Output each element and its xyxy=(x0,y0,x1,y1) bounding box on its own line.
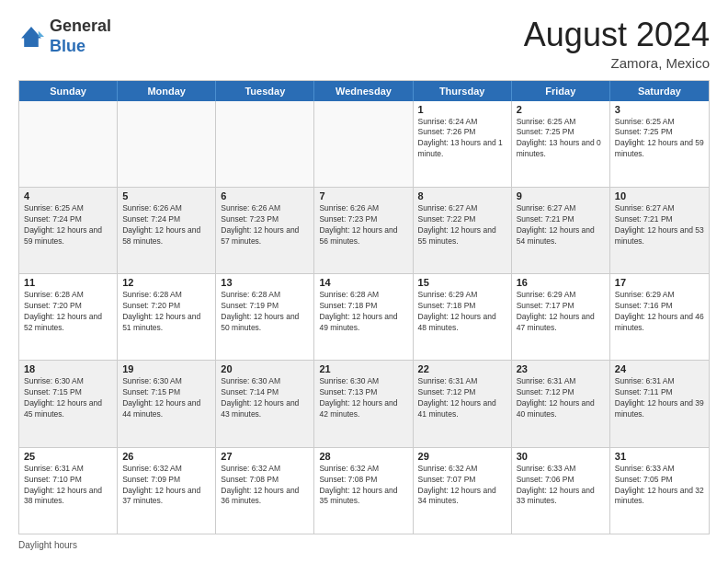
day-info: Sunrise: 6:32 AM Sunset: 7:08 PM Dayligh… xyxy=(221,464,309,508)
day-info: Sunrise: 6:28 AM Sunset: 7:18 PM Dayligh… xyxy=(319,290,407,334)
calendar-cell-empty-3 xyxy=(314,101,413,187)
day-number: 20 xyxy=(221,363,309,374)
calendar-cell-empty-0 xyxy=(19,101,118,187)
calendar-cell-3: 3Sunrise: 6:25 AM Sunset: 7:25 PM Daylig… xyxy=(610,101,709,187)
calendar-cell-23: 23Sunrise: 6:31 AM Sunset: 7:12 PM Dayli… xyxy=(512,361,610,446)
day-number: 25 xyxy=(24,451,112,462)
day-info: Sunrise: 6:25 AM Sunset: 7:25 PM Dayligh… xyxy=(615,117,704,161)
calendar-header: SundayMondayTuesdayWednesdayThursdayFrid… xyxy=(19,81,709,101)
day-number: 11 xyxy=(24,277,112,288)
day-number: 14 xyxy=(319,277,407,288)
calendar-cell-12: 12Sunrise: 6:28 AM Sunset: 7:20 PM Dayli… xyxy=(118,274,216,360)
weekday-header-saturday: Saturday xyxy=(610,81,709,101)
day-number: 28 xyxy=(319,451,407,462)
weekday-header-sunday: Sunday xyxy=(19,81,118,101)
calendar-cell-19: 19Sunrise: 6:30 AM Sunset: 7:15 PM Dayli… xyxy=(118,361,216,446)
day-number: 24 xyxy=(615,363,704,374)
logo-text: General Blue xyxy=(50,17,111,56)
day-info: Sunrise: 6:30 AM Sunset: 7:14 PM Dayligh… xyxy=(221,376,309,420)
day-info: Sunrise: 6:32 AM Sunset: 7:07 PM Dayligh… xyxy=(418,464,506,508)
calendar-cell-24: 24Sunrise: 6:31 AM Sunset: 7:11 PM Dayli… xyxy=(610,361,709,446)
page: General Blue August 2024 Zamora, Mexico … xyxy=(0,0,728,563)
calendar-row-3: 11Sunrise: 6:28 AM Sunset: 7:20 PM Dayli… xyxy=(19,274,709,361)
day-number: 18 xyxy=(24,363,112,374)
weekday-header-monday: Monday xyxy=(118,81,216,101)
weekday-header-tuesday: Tuesday xyxy=(216,81,314,101)
calendar-cell-28: 28Sunrise: 6:32 AM Sunset: 7:08 PM Dayli… xyxy=(314,448,413,534)
day-info: Sunrise: 6:26 AM Sunset: 7:24 PM Dayligh… xyxy=(122,203,210,247)
calendar-body: 1Sunrise: 6:24 AM Sunset: 7:26 PM Daylig… xyxy=(19,101,709,534)
calendar-cell-26: 26Sunrise: 6:32 AM Sunset: 7:09 PM Dayli… xyxy=(118,448,216,534)
day-number: 1 xyxy=(418,104,506,115)
calendar-cell-empty-1 xyxy=(118,101,216,187)
calendar-cell-10: 10Sunrise: 6:27 AM Sunset: 7:21 PM Dayli… xyxy=(610,188,709,273)
calendar-cell-25: 25Sunrise: 6:31 AM Sunset: 7:10 PM Dayli… xyxy=(19,448,118,534)
logo-general: General xyxy=(50,17,111,35)
calendar-row-1: 1Sunrise: 6:24 AM Sunset: 7:26 PM Daylig… xyxy=(19,101,709,188)
location-title: Zamora, Mexico xyxy=(524,55,710,71)
day-number: 17 xyxy=(615,277,704,288)
day-info: Sunrise: 6:32 AM Sunset: 7:09 PM Dayligh… xyxy=(122,464,210,508)
calendar-cell-15: 15Sunrise: 6:29 AM Sunset: 7:18 PM Dayli… xyxy=(414,274,512,360)
calendar-cell-18: 18Sunrise: 6:30 AM Sunset: 7:15 PM Dayli… xyxy=(19,361,118,446)
day-number: 21 xyxy=(319,363,407,374)
day-number: 22 xyxy=(418,363,506,374)
header: General Blue August 2024 Zamora, Mexico xyxy=(18,17,710,71)
calendar-cell-22: 22Sunrise: 6:31 AM Sunset: 7:12 PM Dayli… xyxy=(414,361,512,446)
calendar-row-4: 18Sunrise: 6:30 AM Sunset: 7:15 PM Dayli… xyxy=(19,361,709,447)
day-info: Sunrise: 6:31 AM Sunset: 7:10 PM Dayligh… xyxy=(24,464,112,508)
day-number: 5 xyxy=(122,190,210,201)
day-number: 23 xyxy=(517,363,605,374)
day-info: Sunrise: 6:32 AM Sunset: 7:08 PM Dayligh… xyxy=(319,464,407,508)
day-info: Sunrise: 6:27 AM Sunset: 7:22 PM Dayligh… xyxy=(418,203,506,247)
day-number: 3 xyxy=(615,104,704,115)
day-info: Sunrise: 6:31 AM Sunset: 7:12 PM Dayligh… xyxy=(517,376,605,420)
calendar-cell-empty-2 xyxy=(216,101,314,187)
day-info: Sunrise: 6:27 AM Sunset: 7:21 PM Dayligh… xyxy=(517,203,605,247)
calendar-row-2: 4Sunrise: 6:25 AM Sunset: 7:24 PM Daylig… xyxy=(19,188,709,274)
day-number: 2 xyxy=(517,104,605,115)
day-info: Sunrise: 6:31 AM Sunset: 7:12 PM Dayligh… xyxy=(418,376,506,420)
day-info: Sunrise: 6:26 AM Sunset: 7:23 PM Dayligh… xyxy=(319,203,407,247)
day-number: 4 xyxy=(24,190,112,201)
calendar-cell-27: 27Sunrise: 6:32 AM Sunset: 7:08 PM Dayli… xyxy=(216,448,314,534)
day-info: Sunrise: 6:29 AM Sunset: 7:18 PM Dayligh… xyxy=(418,290,506,334)
svg-marker-0 xyxy=(21,27,41,47)
calendar-cell-8: 8Sunrise: 6:27 AM Sunset: 7:22 PM Daylig… xyxy=(414,188,512,273)
day-number: 31 xyxy=(615,451,704,462)
calendar-cell-16: 16Sunrise: 6:29 AM Sunset: 7:17 PM Dayli… xyxy=(512,274,610,360)
day-info: Sunrise: 6:30 AM Sunset: 7:15 PM Dayligh… xyxy=(24,376,112,420)
day-info: Sunrise: 6:30 AM Sunset: 7:15 PM Dayligh… xyxy=(122,376,210,420)
calendar-cell-13: 13Sunrise: 6:28 AM Sunset: 7:19 PM Dayli… xyxy=(216,274,314,360)
calendar-cell-1: 1Sunrise: 6:24 AM Sunset: 7:26 PM Daylig… xyxy=(414,101,512,187)
calendar-cell-21: 21Sunrise: 6:30 AM Sunset: 7:13 PM Dayli… xyxy=(314,361,413,446)
calendar-cell-9: 9Sunrise: 6:27 AM Sunset: 7:21 PM Daylig… xyxy=(512,188,610,273)
day-info: Sunrise: 6:25 AM Sunset: 7:24 PM Dayligh… xyxy=(24,203,112,247)
logo-icon xyxy=(18,24,44,50)
day-info: Sunrise: 6:28 AM Sunset: 7:20 PM Dayligh… xyxy=(122,290,210,334)
day-number: 6 xyxy=(221,190,309,201)
calendar-cell-14: 14Sunrise: 6:28 AM Sunset: 7:18 PM Dayli… xyxy=(314,274,413,360)
day-number: 12 xyxy=(122,277,210,288)
calendar-cell-7: 7Sunrise: 6:26 AM Sunset: 7:23 PM Daylig… xyxy=(314,188,413,273)
day-info: Sunrise: 6:27 AM Sunset: 7:21 PM Dayligh… xyxy=(615,203,704,247)
day-info: Sunrise: 6:25 AM Sunset: 7:25 PM Dayligh… xyxy=(517,117,605,161)
calendar-cell-6: 6Sunrise: 6:26 AM Sunset: 7:23 PM Daylig… xyxy=(216,188,314,273)
day-info: Sunrise: 6:30 AM Sunset: 7:13 PM Dayligh… xyxy=(319,376,407,420)
day-info: Sunrise: 6:29 AM Sunset: 7:17 PM Dayligh… xyxy=(517,290,605,334)
day-number: 16 xyxy=(517,277,605,288)
day-number: 8 xyxy=(418,190,506,201)
logo-blue: Blue xyxy=(50,37,85,55)
weekday-header-wednesday: Wednesday xyxy=(314,81,413,101)
day-number: 27 xyxy=(221,451,309,462)
calendar-cell-11: 11Sunrise: 6:28 AM Sunset: 7:20 PM Dayli… xyxy=(19,274,118,360)
daylight-label: Daylight hours xyxy=(18,540,77,550)
calendar-cell-30: 30Sunrise: 6:33 AM Sunset: 7:06 PM Dayli… xyxy=(512,448,610,534)
day-info: Sunrise: 6:31 AM Sunset: 7:11 PM Dayligh… xyxy=(615,376,704,420)
calendar-cell-29: 29Sunrise: 6:32 AM Sunset: 7:07 PM Dayli… xyxy=(414,448,512,534)
day-number: 26 xyxy=(122,451,210,462)
day-number: 29 xyxy=(418,451,506,462)
calendar-cell-2: 2Sunrise: 6:25 AM Sunset: 7:25 PM Daylig… xyxy=(512,101,610,187)
day-info: Sunrise: 6:24 AM Sunset: 7:26 PM Dayligh… xyxy=(418,117,506,161)
footer-note: Daylight hours xyxy=(18,540,710,550)
